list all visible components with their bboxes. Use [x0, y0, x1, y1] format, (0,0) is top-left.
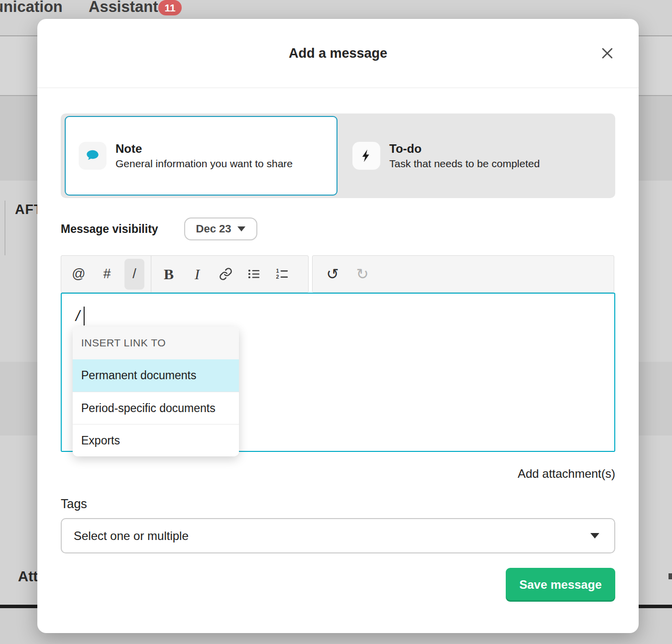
assistant-count-badge: 11 — [158, 0, 182, 15]
menu-item-exports[interactable]: Exports — [73, 424, 239, 456]
add-attachments-link[interactable]: Add attachment(s) — [518, 467, 615, 481]
note-type-card[interactable]: Note General information you want to sha… — [65, 116, 337, 196]
visibility-date-value: Dec 23 — [196, 222, 231, 235]
speech-bubble-icon — [79, 142, 107, 170]
todo-card-description: Task that needs to be completed — [389, 158, 540, 170]
svg-text:1: 1 — [276, 268, 279, 274]
todo-type-card[interactable]: To-do Task that needs to be completed — [352, 142, 540, 170]
tags-placeholder: Select one or multiple — [74, 529, 189, 543]
todo-card-title: To-do — [389, 142, 540, 156]
tags-label: Tags — [61, 497, 615, 511]
screen: unication Assistant 11 AFT Att Add a mes… — [0, 0, 672, 644]
modal-header: Add a message — [37, 19, 639, 88]
menu-item-period-specific-documents[interactable]: Period-specific documents — [73, 392, 239, 424]
svg-text:2: 2 — [276, 274, 279, 280]
message-editor[interactable]: / INSERT LINK TO Permanent documents Per… — [61, 293, 615, 452]
modal-title: Add a message — [289, 46, 387, 61]
close-icon[interactable] — [600, 46, 615, 61]
save-message-button[interactable]: Save message — [506, 568, 615, 602]
menu-item-permanent-documents[interactable]: Permanent documents — [73, 359, 239, 392]
bold-button[interactable]: B — [158, 259, 180, 290]
link-icon[interactable] — [215, 259, 236, 290]
text-caret — [84, 307, 85, 325]
insert-link-menu-header: INSERT LINK TO — [73, 326, 239, 359]
slash-command-button[interactable]: / — [124, 259, 144, 290]
message-type-selector: Note General information you want to sha… — [61, 113, 615, 198]
bullet-list-icon[interactable] — [243, 259, 265, 290]
background-clipped-text-mark — [669, 573, 672, 579]
note-card-description: General information you want to share — [115, 158, 293, 170]
visibility-date-dropdown[interactable]: Dec 23 — [184, 217, 257, 240]
undo-icon[interactable]: ↺ — [322, 259, 343, 290]
background-label-att: Att — [18, 568, 38, 585]
redo-icon[interactable]: ↻ — [351, 259, 373, 290]
hashtag-button[interactable]: # — [96, 259, 118, 290]
toolbar-separator — [151, 256, 151, 293]
message-visibility-row: Message visibility Dec 23 — [61, 217, 615, 240]
dropdown-arrow-icon — [590, 533, 599, 538]
message-visibility-label: Message visibility — [61, 222, 158, 236]
lightning-bolt-icon — [352, 142, 380, 170]
editor-typed-text: / — [76, 308, 80, 324]
tab-communication[interactable]: unication — [0, 0, 63, 16]
tags-select[interactable]: Select one or multiple — [61, 518, 615, 553]
italic-button[interactable]: I — [186, 259, 208, 290]
editor-toolbar: @ # / B I — [61, 255, 615, 293]
chevron-down-icon — [237, 226, 245, 231]
background-vertical-rule — [4, 201, 5, 255]
insert-link-menu: INSERT LINK TO Permanent documents Perio… — [73, 326, 239, 456]
mention-button[interactable]: @ — [68, 259, 90, 290]
numbered-list-icon[interactable]: 1 2 — [271, 259, 293, 290]
tab-assistant[interactable]: Assistant — [89, 0, 158, 16]
add-message-modal: Add a message Note General information y… — [37, 19, 639, 633]
note-card-title: Note — [115, 142, 293, 156]
